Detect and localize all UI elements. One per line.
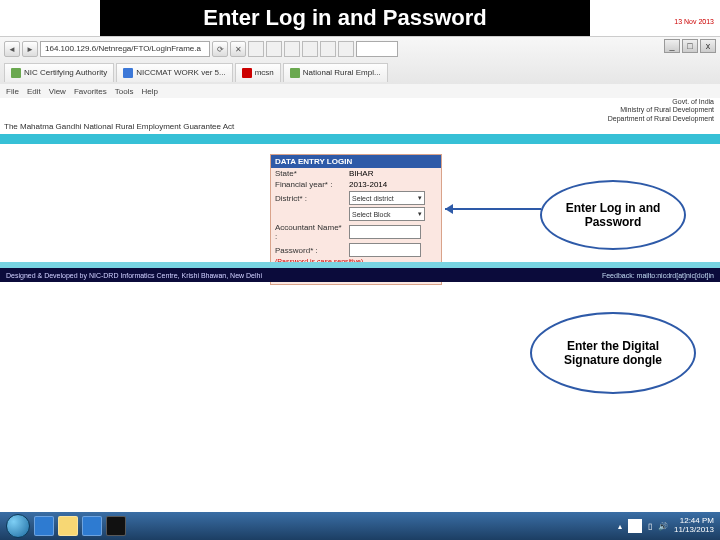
- govt-block: Govt. of India Ministry of Rural Develop…: [608, 98, 714, 123]
- tab-label: mcsn: [255, 64, 274, 82]
- page-header: Govt. of India Ministry of Rural Develop…: [0, 98, 720, 118]
- chevron-down-icon: ▾: [418, 210, 422, 218]
- password-input[interactable]: [349, 243, 421, 257]
- browser-search-input[interactable]: [356, 41, 398, 57]
- browser-chrome: ◄ ► 164.100.129.6/Netnrega/FTO/LoginFram…: [0, 36, 720, 86]
- toolbar-icon[interactable]: [266, 41, 282, 57]
- start-button[interactable]: [6, 514, 30, 538]
- nav-forward-button[interactable]: ►: [22, 41, 38, 57]
- tab-label: NIC Certifying Authority: [24, 64, 107, 82]
- district-label: District* :: [275, 194, 345, 203]
- slide-title: Enter Log in and Password: [100, 0, 590, 36]
- window-maximize-button[interactable]: □: [682, 39, 698, 53]
- network-icon[interactable]: ▯: [648, 522, 652, 531]
- menu-item[interactable]: Favorites: [74, 87, 107, 96]
- toolbar-icon[interactable]: [248, 41, 264, 57]
- header-accent-bar: [0, 134, 720, 144]
- chevron-down-icon: ▾: [418, 194, 422, 202]
- callout-dongle: Enter the Digital Signature dongle: [530, 312, 696, 394]
- browser-tab[interactable]: NIC Certifying Authority: [4, 63, 114, 82]
- taskbar-ie-icon[interactable]: [34, 516, 54, 536]
- window-minimize-button[interactable]: _: [664, 39, 680, 53]
- callout-arrow: [445, 208, 541, 210]
- dev-credit: Designed & Developed by NIC-DRD Informat…: [6, 272, 262, 279]
- clock[interactable]: 12:44 PM 11/13/2013: [674, 517, 714, 535]
- toolbar-icon[interactable]: [338, 41, 354, 57]
- tray-chevron-icon[interactable]: ▴: [618, 522, 622, 531]
- menu-item[interactable]: View: [49, 87, 66, 96]
- browser-tab[interactable]: National Rural Empl...: [283, 63, 388, 82]
- developer-footer: Designed & Developed by NIC-DRD Informat…: [0, 268, 720, 282]
- volume-icon[interactable]: 🔊: [658, 522, 668, 531]
- menu-item[interactable]: File: [6, 87, 19, 96]
- tab-label: National Rural Empl...: [303, 64, 381, 82]
- toolbar-icon[interactable]: [284, 41, 300, 57]
- accountant-name-input[interactable]: [349, 225, 421, 239]
- menu-item[interactable]: Help: [141, 87, 157, 96]
- district-select[interactable]: Select district▾: [349, 191, 425, 205]
- tab-label: NICCMAT WORK ver 5...: [136, 64, 226, 82]
- scheme-title: The Mahatma Gandhi National Rural Employ…: [4, 122, 234, 131]
- stop-button[interactable]: ✕: [230, 41, 246, 57]
- window-close-button[interactable]: x: [700, 39, 716, 53]
- refresh-button[interactable]: ⟳: [212, 41, 228, 57]
- taskbar-app-icon[interactable]: [106, 516, 126, 536]
- menu-item[interactable]: Edit: [27, 87, 41, 96]
- nav-back-button[interactable]: ◄: [4, 41, 20, 57]
- block-select[interactable]: Select Block▾: [349, 207, 425, 221]
- browser-menu-bar: File Edit View Favorites Tools Help: [0, 84, 720, 99]
- accountant-name-label: Accountant Name* :: [275, 223, 345, 241]
- financial-year-value: 2013-2014: [349, 180, 387, 189]
- windows-taskbar: ▴ ▯ 🔊 12:44 PM 11/13/2013: [0, 512, 720, 540]
- feedback-link[interactable]: Feedback: mailto:nicdrd[at]nic[dot]in: [602, 272, 714, 279]
- menu-item[interactable]: Tools: [115, 87, 134, 96]
- password-label: Password* :: [275, 246, 345, 255]
- toolbar-icon[interactable]: [302, 41, 318, 57]
- address-bar[interactable]: 164.100.129.6/Netnrega/FTO/LoginFrame.a: [40, 41, 210, 57]
- system-tray: ▴ ▯ 🔊 12:44 PM 11/13/2013: [618, 517, 714, 535]
- action-center-icon[interactable]: [628, 519, 642, 533]
- callout-login: Enter Log in and Password: [540, 180, 686, 250]
- state-label: State*: [275, 169, 345, 178]
- state-value: BIHAR: [349, 169, 373, 178]
- taskbar-explorer-icon[interactable]: [58, 516, 78, 536]
- page-date: 13 Nov 2013: [674, 18, 714, 25]
- financial-year-label: Financial year* :: [275, 180, 345, 189]
- login-title: DATA ENTRY LOGIN: [271, 155, 441, 168]
- toolbar-icon[interactable]: [320, 41, 336, 57]
- taskbar-ie2-icon[interactable]: [82, 516, 102, 536]
- browser-tab[interactable]: mcsn: [235, 63, 281, 82]
- browser-tab[interactable]: NICCMAT WORK ver 5...: [116, 63, 233, 82]
